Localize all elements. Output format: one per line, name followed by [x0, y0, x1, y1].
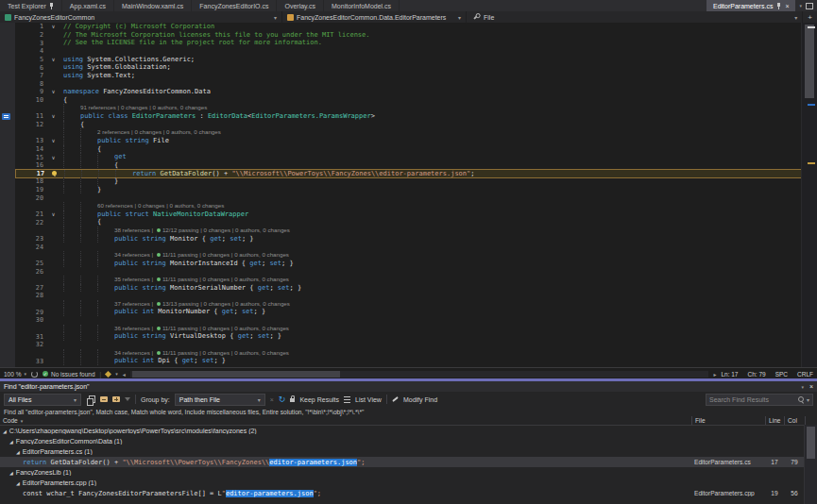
find-path-row[interactable]: ◢C:\Users\zhaopengwang\Desktop\powertoys… [0, 426, 817, 436]
zoom-dropdown[interactable]: 100 % ▾ [4, 371, 26, 378]
line-margin[interactable] [0, 227, 15, 235]
fold-collapse-icon[interactable]: ∨ [47, 23, 60, 30]
filter-icon[interactable] [125, 397, 130, 401]
code-text[interactable]: public string MonitorInstanceId { get; s… [60, 260, 802, 268]
fold-collapse-icon[interactable]: ∨ [47, 137, 60, 144]
find-path-row[interactable]: ◢EditorParameters.cs (1) [0, 446, 817, 457]
codelens-indicator[interactable]: 34 references | 11/11 passing | 0 change… [60, 349, 802, 358]
line-margin[interactable] [0, 349, 15, 358]
line-margin[interactable] [0, 79, 15, 88]
line-margin[interactable] [0, 56, 15, 64]
line-margin[interactable] [0, 341, 15, 349]
expanded-triangle-icon[interactable]: ◢ [16, 449, 20, 455]
line-margin[interactable] [0, 292, 15, 300]
code-text[interactable]: { [60, 145, 802, 154]
line-margin[interactable] [0, 260, 15, 268]
pin-icon[interactable] [776, 3, 781, 9]
result-code-cell[interactable]: ◢EditorParameters.cpp (1) [0, 479, 691, 486]
line-margin[interactable] [0, 137, 15, 145]
horizontal-scrollbar[interactable] [130, 371, 709, 378]
sync-icon[interactable] [31, 371, 38, 378]
result-code-cell[interactable]: ◢EditorParameters.cs (1) [0, 448, 691, 455]
code-text[interactable]: public string File [60, 137, 802, 145]
tab-monitorinfomodel-cs[interactable]: MonitorInfoModel.cs [324, 0, 400, 11]
window-position-icon[interactable]: ▾ [801, 384, 804, 390]
codelens-indicator[interactable]: 36 references | 11/11 passing | 0 change… [60, 325, 802, 333]
line-margin[interactable] [0, 357, 15, 365]
code-text[interactable]: // See the LICENSE file in the project r… [60, 39, 802, 47]
expanded-triangle-icon[interactable]: ◢ [9, 470, 13, 476]
find-result-row[interactable]: const wchar_t FancyZonesEditorParameters… [0, 488, 817, 498]
column-indicator[interactable]: Ch: 79 [747, 371, 765, 378]
line-margin[interactable] [0, 325, 15, 333]
scope-dropdown[interactable]: All Files ▾ [4, 394, 81, 406]
list-view-button[interactable]: List View [355, 396, 382, 403]
code-text[interactable]: // Copyright (c) Microsoft Corporation [60, 23, 802, 31]
tab-editorparameters-active[interactable]: EditorParameters.cs × [706, 0, 796, 11]
line-margin[interactable] [0, 276, 15, 284]
split-editor-button[interactable]: + [803, 13, 817, 22]
search-find-results-input[interactable]: Search Find Results ▾ [706, 394, 813, 406]
expanded-triangle-icon[interactable]: ◢ [9, 439, 13, 445]
code-text[interactable]: namespace FancyZonesEditorCommon.Data [60, 88, 802, 96]
close-icon[interactable]: × [785, 3, 789, 9]
scroll-left-arrow-icon[interactable]: ◂ [123, 371, 126, 378]
result-code-cell[interactable]: ◢FancyZonesLib (1) [0, 469, 691, 476]
code-text[interactable]: // The Microsoft Corporation licenses th… [60, 31, 802, 40]
result-code-cell[interactable]: ◢C:\Users\zhaopengwang\Desktop\powertoys… [0, 428, 691, 434]
lightbulb-icon[interactable] [52, 171, 57, 176]
scrollbar-thumb[interactable] [805, 25, 814, 98]
line-margin[interactable] [0, 235, 15, 244]
codelens-indicator[interactable]: 2 references | 0 changes | 0 authors, 0 … [60, 128, 802, 137]
find-path-row[interactable]: ◢FancyZonesEditorCommon\Data (1) [0, 436, 817, 446]
code-text[interactable]: } [60, 177, 802, 186]
code-text[interactable]: public string VirtualDesktop { get; set;… [60, 332, 802, 341]
code-text[interactable]: public string Monitor { get; set; } [60, 235, 802, 244]
type-dropdown[interactable]: FancyZonesEditorCommon.Data.EditorParame… [282, 11, 467, 23]
code-text[interactable]: public int MonitorNumber { get; set; } [60, 308, 802, 316]
project-dropdown[interactable]: FancyZonesEditorCommon ▾ [0, 11, 282, 23]
line-margin[interactable] [0, 186, 15, 194]
groupby-dropdown[interactable]: Path then File ▾ [175, 394, 265, 406]
list-view-icon[interactable] [344, 396, 350, 403]
line-margin[interactable] [0, 332, 15, 341]
fold-collapse-icon[interactable]: ∨ [47, 154, 60, 161]
expanded-triangle-icon[interactable]: ◢ [16, 480, 20, 486]
line-margin[interactable] [0, 145, 15, 154]
expanded-triangle-icon[interactable]: ◢ [3, 428, 7, 434]
line-margin[interactable] [0, 308, 15, 316]
line-margin[interactable] [0, 210, 15, 219]
line-margin[interactable] [0, 23, 15, 31]
tab-test-explorer[interactable]: Test Explorer [0, 0, 62, 11]
editor-vertical-scrollbar[interactable] [801, 23, 817, 367]
column-header-code[interactable]: Code ▾ [0, 416, 691, 425]
result-code-cell[interactable]: const wchar_t FancyZonesEditorParameters… [0, 490, 691, 497]
member-dropdown[interactable]: File ▾ [467, 11, 803, 23]
result-code-cell[interactable]: ◢FancyZonesEditorCommon\Data (1) [0, 438, 691, 445]
line-margin[interactable] [0, 300, 15, 309]
code-text[interactable]: { [60, 96, 802, 105]
fold-collapse-icon[interactable]: ∨ [47, 56, 60, 63]
line-margin[interactable] [0, 63, 15, 72]
line-margin[interactable] [0, 104, 15, 112]
tab-fancyzoneseditorio-cs[interactable]: FancyZonesEditorIO.cs [192, 0, 277, 11]
line-margin[interactable] [0, 316, 15, 325]
chevron-down-icon[interactable]: ▾ [115, 371, 118, 377]
collapse-all-icon[interactable] [100, 396, 108, 402]
chevron-down-icon[interactable]: ▾ [799, 3, 802, 8]
column-header-file[interactable]: File [691, 416, 765, 425]
line-margin[interactable] [0, 170, 15, 178]
line-margin[interactable] [0, 218, 15, 227]
codelens-indicator[interactable]: 38 references | 12/12 passing | 0 change… [60, 227, 802, 235]
find-path-row[interactable]: ◢EditorParameters.cpp (1) [0, 478, 817, 488]
refresh-icon[interactable]: ↻ [279, 395, 286, 404]
code-text[interactable]: { [60, 218, 802, 227]
line-margin[interactable] [0, 177, 15, 186]
code-text[interactable]: public string MonitorSerialNumber { get;… [60, 284, 802, 293]
line-margin[interactable] [0, 112, 15, 121]
fold-collapse-icon[interactable]: ∨ [47, 210, 60, 218]
tab-app-xaml-cs[interactable]: App.xaml.cs [62, 0, 114, 11]
code-text[interactable]: return GetDataFolder() + "\\Microsoft\\P… [60, 170, 801, 178]
line-margin[interactable] [0, 161, 15, 170]
column-header-line[interactable]: Line [765, 416, 784, 425]
